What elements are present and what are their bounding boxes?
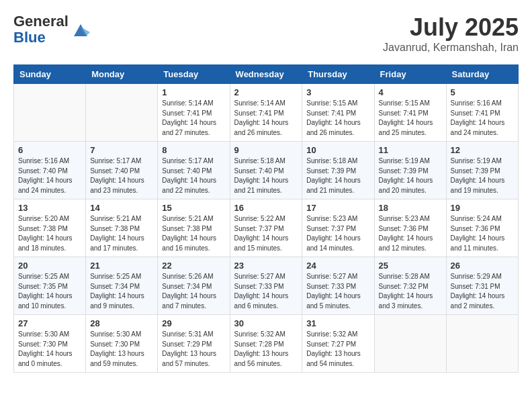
calendar-cell: 2 Sunrise: 5:14 AMSunset: 7:41 PMDayligh… — [230, 84, 302, 142]
weekday-header: Friday — [374, 65, 446, 84]
calendar-cell: 23 Sunrise: 5:27 AMSunset: 7:33 PMDaylig… — [230, 257, 302, 315]
calendar-cell: 11 Sunrise: 5:19 AMSunset: 7:39 PMDaylig… — [374, 142, 446, 199]
day-number: 2 — [234, 87, 298, 97]
calendar-table: SundayMondayTuesdayWednesdayThursdayFrid… — [13, 64, 519, 373]
day-number: 18 — [379, 203, 442, 213]
weekday-header: Thursday — [302, 65, 374, 84]
day-number: 19 — [451, 203, 514, 213]
day-info: Sunrise: 5:19 AMSunset: 7:39 PMDaylight:… — [379, 156, 442, 195]
day-info: Sunrise: 5:14 AMSunset: 7:41 PMDaylight:… — [162, 99, 225, 138]
calendar-cell: 4 Sunrise: 5:15 AMSunset: 7:41 PMDayligh… — [374, 84, 446, 142]
day-number: 30 — [234, 318, 298, 328]
calendar-cell — [446, 315, 518, 373]
day-number: 23 — [234, 261, 298, 271]
weekday-header: Saturday — [446, 65, 518, 84]
calendar-week-row: 20 Sunrise: 5:25 AMSunset: 7:35 PMDaylig… — [14, 257, 519, 315]
day-number: 10 — [306, 145, 369, 155]
calendar-cell: 6 Sunrise: 5:16 AMSunset: 7:40 PMDayligh… — [14, 142, 86, 199]
day-number: 8 — [162, 145, 225, 155]
day-number: 29 — [162, 318, 225, 328]
calendar-cell: 1 Sunrise: 5:14 AMSunset: 7:41 PMDayligh… — [158, 84, 230, 142]
month-title: July 2025 — [383, 13, 519, 42]
day-info: Sunrise: 5:32 AMSunset: 7:28 PMDaylight:… — [234, 330, 298, 369]
calendar-cell: 14 Sunrise: 5:21 AMSunset: 7:38 PMDaylig… — [86, 199, 158, 257]
day-number: 20 — [18, 261, 81, 271]
calendar-cell: 21 Sunrise: 5:25 AMSunset: 7:34 PMDaylig… — [86, 257, 158, 315]
day-info: Sunrise: 5:21 AMSunset: 7:38 PMDaylight:… — [162, 214, 225, 253]
day-number: 21 — [90, 261, 153, 271]
calendar-cell — [86, 84, 158, 142]
title-block: July 2025 Javanrud, Kermanshah, Iran — [383, 13, 519, 54]
day-info: Sunrise: 5:14 AMSunset: 7:41 PMDaylight:… — [234, 99, 298, 138]
day-number: 31 — [306, 318, 369, 328]
day-info: Sunrise: 5:27 AMSunset: 7:33 PMDaylight:… — [306, 272, 369, 311]
calendar-week-row: 1 Sunrise: 5:14 AMSunset: 7:41 PMDayligh… — [14, 84, 519, 142]
day-info: Sunrise: 5:21 AMSunset: 7:38 PMDaylight:… — [90, 214, 153, 253]
day-number: 17 — [306, 203, 369, 213]
weekday-header-row: SundayMondayTuesdayWednesdayThursdayFrid… — [14, 65, 519, 84]
calendar-cell: 12 Sunrise: 5:19 AMSunset: 7:39 PMDaylig… — [446, 142, 518, 199]
day-info: Sunrise: 5:23 AMSunset: 7:37 PMDaylight:… — [306, 214, 369, 253]
day-number: 27 — [18, 318, 81, 328]
day-number: 15 — [162, 203, 225, 213]
day-number: 5 — [451, 87, 514, 97]
calendar-cell: 26 Sunrise: 5:29 AMSunset: 7:31 PMDaylig… — [446, 257, 518, 315]
calendar-cell: 30 Sunrise: 5:32 AMSunset: 7:28 PMDaylig… — [230, 315, 302, 373]
day-number: 3 — [306, 87, 369, 97]
logo: General Blue — [13, 13, 90, 46]
day-number: 25 — [379, 261, 442, 271]
calendar-cell: 3 Sunrise: 5:15 AMSunset: 7:41 PMDayligh… — [302, 84, 374, 142]
page-header: General Blue July 2025 Javanrud, Kermans… — [13, 13, 519, 54]
day-info: Sunrise: 5:18 AMSunset: 7:40 PMDaylight:… — [234, 156, 298, 195]
location: Javanrud, Kermanshah, Iran — [383, 42, 519, 54]
calendar-week-row: 27 Sunrise: 5:30 AMSunset: 7:30 PMDaylig… — [14, 315, 519, 373]
calendar-cell: 7 Sunrise: 5:17 AMSunset: 7:40 PMDayligh… — [86, 142, 158, 199]
day-info: Sunrise: 5:20 AMSunset: 7:38 PMDaylight:… — [18, 214, 81, 253]
day-info: Sunrise: 5:17 AMSunset: 7:40 PMDaylight:… — [162, 156, 225, 195]
calendar-cell: 13 Sunrise: 5:20 AMSunset: 7:38 PMDaylig… — [14, 199, 86, 257]
calendar-week-row: 6 Sunrise: 5:16 AMSunset: 7:40 PMDayligh… — [14, 142, 519, 199]
day-number: 28 — [90, 318, 153, 328]
day-info: Sunrise: 5:16 AMSunset: 7:41 PMDaylight:… — [451, 99, 514, 138]
day-info: Sunrise: 5:15 AMSunset: 7:41 PMDaylight:… — [306, 99, 369, 138]
calendar-cell: 8 Sunrise: 5:17 AMSunset: 7:40 PMDayligh… — [158, 142, 230, 199]
calendar-cell: 10 Sunrise: 5:18 AMSunset: 7:39 PMDaylig… — [302, 142, 374, 199]
calendar-week-row: 13 Sunrise: 5:20 AMSunset: 7:38 PMDaylig… — [14, 199, 519, 257]
day-number: 7 — [90, 145, 153, 155]
day-number: 12 — [451, 145, 514, 155]
weekday-header: Wednesday — [230, 65, 302, 84]
day-info: Sunrise: 5:25 AMSunset: 7:34 PMDaylight:… — [90, 272, 153, 311]
calendar-cell — [374, 315, 446, 373]
day-info: Sunrise: 5:30 AMSunset: 7:30 PMDaylight:… — [18, 330, 81, 369]
calendar-cell: 31 Sunrise: 5:32 AMSunset: 7:27 PMDaylig… — [302, 315, 374, 373]
day-info: Sunrise: 5:22 AMSunset: 7:37 PMDaylight:… — [234, 214, 298, 253]
day-number: 26 — [451, 261, 514, 271]
day-info: Sunrise: 5:16 AMSunset: 7:40 PMDaylight:… — [18, 156, 81, 195]
day-number: 9 — [234, 145, 298, 155]
day-number: 11 — [379, 145, 442, 155]
day-info: Sunrise: 5:24 AMSunset: 7:36 PMDaylight:… — [451, 214, 514, 253]
calendar-cell: 24 Sunrise: 5:27 AMSunset: 7:33 PMDaylig… — [302, 257, 374, 315]
day-number: 14 — [90, 203, 153, 213]
day-number: 1 — [162, 87, 225, 97]
logo-icon — [71, 20, 90, 39]
day-number: 16 — [234, 203, 298, 213]
day-info: Sunrise: 5:25 AMSunset: 7:35 PMDaylight:… — [18, 272, 81, 311]
day-info: Sunrise: 5:27 AMSunset: 7:33 PMDaylight:… — [234, 272, 298, 311]
day-info: Sunrise: 5:18 AMSunset: 7:39 PMDaylight:… — [306, 156, 369, 195]
logo-blue: Blue — [13, 29, 46, 46]
day-info: Sunrise: 5:26 AMSunset: 7:34 PMDaylight:… — [162, 272, 225, 311]
weekday-header: Monday — [86, 65, 158, 84]
calendar-cell: 9 Sunrise: 5:18 AMSunset: 7:40 PMDayligh… — [230, 142, 302, 199]
calendar-cell: 16 Sunrise: 5:22 AMSunset: 7:37 PMDaylig… — [230, 199, 302, 257]
calendar-cell: 29 Sunrise: 5:31 AMSunset: 7:29 PMDaylig… — [158, 315, 230, 373]
weekday-header: Sunday — [14, 65, 86, 84]
day-number: 24 — [306, 261, 369, 271]
calendar-cell: 28 Sunrise: 5:30 AMSunset: 7:30 PMDaylig… — [86, 315, 158, 373]
day-number: 6 — [18, 145, 81, 155]
day-number: 22 — [162, 261, 225, 271]
day-number: 4 — [379, 87, 442, 97]
day-info: Sunrise: 5:30 AMSunset: 7:30 PMDaylight:… — [90, 330, 153, 369]
day-info: Sunrise: 5:32 AMSunset: 7:27 PMDaylight:… — [306, 330, 369, 369]
calendar-cell: 15 Sunrise: 5:21 AMSunset: 7:38 PMDaylig… — [158, 199, 230, 257]
